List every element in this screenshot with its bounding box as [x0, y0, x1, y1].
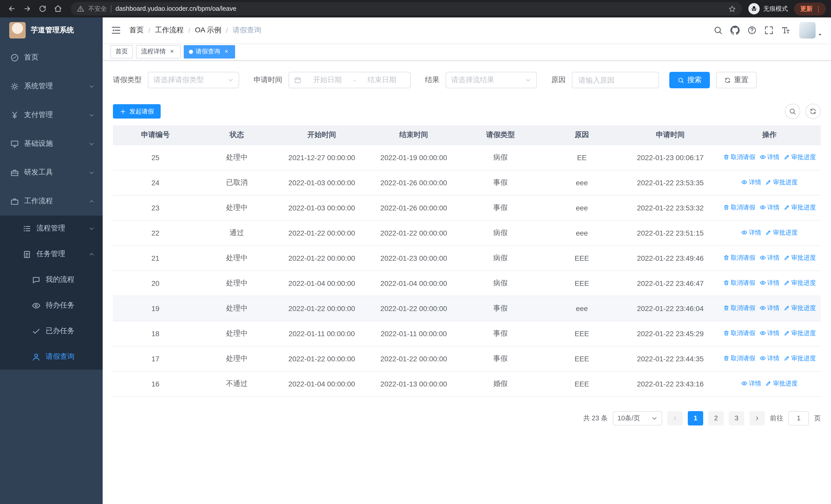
result-select[interactable]: 请选择流结果 [446, 72, 537, 88]
leave-type-select[interactable]: 请选择请假类型 [148, 72, 239, 88]
sidebar-item-home[interactable]: 首页 [0, 43, 103, 72]
cell-id: 23 [113, 195, 198, 220]
tab-close-icon[interactable]: × [168, 48, 175, 55]
sidebar-item-process-mgmt[interactable]: 流程管理 [0, 215, 103, 241]
cell-actions: 取消请假详情审批进度 [718, 195, 821, 220]
action-progress-link[interactable]: 审批进度 [783, 354, 816, 363]
sidebar-item-task-mgmt[interactable]: 任务管理 [0, 241, 103, 267]
action-detail-link[interactable]: 详情 [760, 304, 779, 313]
tab-home[interactable]: 首页 [110, 45, 133, 58]
cell-start: 2022-01-11 00:00:00 [276, 321, 368, 346]
collapse-sidebar-icon[interactable] [111, 25, 121, 35]
trash-icon [723, 280, 729, 286]
pen-icon [783, 205, 790, 211]
browser-forward-icon[interactable] [21, 2, 34, 16]
address-divider [111, 5, 111, 12]
action-progress-link[interactable]: 审批进度 [765, 178, 798, 187]
address-bar[interactable]: 不安全 dashboard.yudao.iocoder.cn/bpm/oa/le… [71, 2, 742, 16]
action-cancel-link[interactable]: 取消请假 [723, 329, 755, 338]
help-icon[interactable] [747, 26, 756, 35]
action-detail-link[interactable]: 详情 [741, 228, 761, 237]
goto-page-input[interactable] [789, 411, 809, 425]
cell-actions: 详情审批进度 [718, 371, 821, 396]
action-cancel-link[interactable]: 取消请假 [723, 254, 755, 262]
action-detail-link[interactable]: 详情 [760, 329, 779, 338]
action-detail-link[interactable]: 详情 [760, 354, 779, 363]
action-cancel-link[interactable]: 取消请假 [723, 354, 755, 363]
sidebar-item-todo-task[interactable]: 待办任务 [0, 293, 103, 318]
sidebar-item-label: 系统管理 [24, 82, 89, 91]
fullscreen-icon[interactable] [764, 26, 774, 35]
table-row: 17处理中2022-01-22 00:00:002022-01-22 00:00… [113, 346, 821, 371]
table-body: 25处理中2021-12-27 00:00:002022-01-19 00:00… [113, 145, 821, 396]
font-size-icon[interactable] [781, 26, 791, 35]
action-progress-link[interactable]: 审批进度 [783, 254, 816, 262]
action-progress-link[interactable]: 审批进度 [783, 153, 816, 162]
tab-label: 首页 [115, 47, 128, 56]
tab-process-detail[interactable]: 流程详情 × [136, 45, 181, 58]
sidebar-item-my-process[interactable]: 我的流程 [0, 267, 103, 293]
toggle-search-button[interactable] [785, 104, 800, 119]
action-progress-link[interactable]: 审批进度 [783, 329, 816, 338]
action-progress-link[interactable]: 审批进度 [765, 379, 798, 388]
reason-input[interactable] [572, 72, 659, 88]
page-button-1[interactable]: 1 [688, 411, 703, 425]
header-search-icon[interactable] [713, 26, 723, 35]
breadcrumb-item-home[interactable]: 首页 [130, 26, 144, 35]
action-detail-link[interactable]: 详情 [760, 254, 779, 262]
search-button[interactable]: 搜索 [669, 72, 710, 88]
reset-button[interactable]: 重置 [716, 72, 756, 88]
yen-icon [10, 111, 19, 119]
create-leave-button[interactable]: 发起请假 [113, 104, 161, 119]
tab-leave-query[interactable]: 请假查询 × [184, 45, 235, 58]
pagination: 共 23 条 10条/页 123 前往 页 [113, 411, 821, 425]
sidebar-item-workflow[interactable]: 工作流程 [0, 187, 103, 215]
breadcrumb-item-leave-query: 请假查询 [232, 26, 261, 35]
browser-back-icon[interactable] [5, 2, 19, 16]
action-detail-link[interactable]: 详情 [760, 153, 779, 162]
column-header-6: 申请时间 [623, 125, 718, 145]
action-cancel-link[interactable]: 取消请假 [723, 153, 755, 162]
action-detail-link[interactable]: 详情 [760, 279, 779, 288]
search-icon [789, 108, 796, 115]
action-progress-link[interactable]: 审批进度 [783, 203, 816, 212]
page-button-3[interactable]: 3 [729, 411, 744, 425]
action-detail-link[interactable]: 详情 [741, 379, 761, 388]
action-progress-link[interactable]: 审批进度 [765, 228, 798, 237]
tab-close-icon[interactable]: × [223, 48, 230, 55]
breadcrumb-item-oa-example[interactable]: OA 示例 [195, 26, 222, 35]
action-cancel-link[interactable]: 取消请假 [723, 203, 755, 212]
sidebar-item-payment-mgmt[interactable]: 支付管理 [0, 100, 103, 129]
action-detail-link[interactable]: 详情 [760, 203, 779, 212]
github-icon[interactable] [730, 26, 740, 35]
sidebar-item-label: 待办任务 [46, 301, 94, 310]
sidebar-item-leave-query[interactable]: 请假查询 [0, 344, 103, 369]
sidebar-item-label: 研发工具 [24, 168, 89, 177]
refresh-table-button[interactable] [805, 104, 821, 119]
action-detail-link[interactable]: 详情 [741, 178, 761, 187]
update-button[interactable]: 更新 ⋮ [794, 2, 826, 15]
main-area: 首页 / 工作流程 / OA 示例 / 请假查询 [103, 18, 831, 504]
action-cancel-link[interactable]: 取消请假 [723, 304, 755, 313]
bookmark-star-icon[interactable] [728, 5, 736, 12]
sidebar-item-system-mgmt[interactable]: 系统管理 [0, 72, 103, 100]
next-page-button[interactable] [749, 411, 765, 425]
browser-menu-icon[interactable]: ⋮ [815, 5, 822, 12]
prev-page-button[interactable] [667, 411, 683, 425]
action-progress-link[interactable]: 审批进度 [783, 304, 816, 313]
browser-reload-icon[interactable] [36, 2, 49, 16]
user-menu[interactable] [799, 22, 823, 38]
date-range-picker[interactable]: 开始日期 - 结束日期 [288, 72, 411, 88]
pen-icon [783, 255, 790, 261]
sidebar-item-done-task[interactable]: 已办任务 [0, 318, 103, 344]
cell-end: 2022-01-26 00:00:00 [368, 195, 460, 220]
action-progress-link[interactable]: 审批进度 [783, 279, 816, 288]
page-size-select[interactable]: 10条/页 [613, 411, 662, 425]
action-cancel-link[interactable]: 取消请假 [723, 279, 755, 288]
breadcrumb-item-workflow[interactable]: 工作流程 [155, 26, 184, 35]
logo[interactable]: 芋道管理系统 [0, 18, 103, 43]
sidebar-item-dev-tools[interactable]: 研发工具 [0, 158, 103, 187]
page-button-2[interactable]: 2 [708, 411, 724, 425]
sidebar-item-infrastructure[interactable]: 基础设施 [0, 129, 103, 158]
browser-home-icon[interactable] [51, 2, 65, 16]
